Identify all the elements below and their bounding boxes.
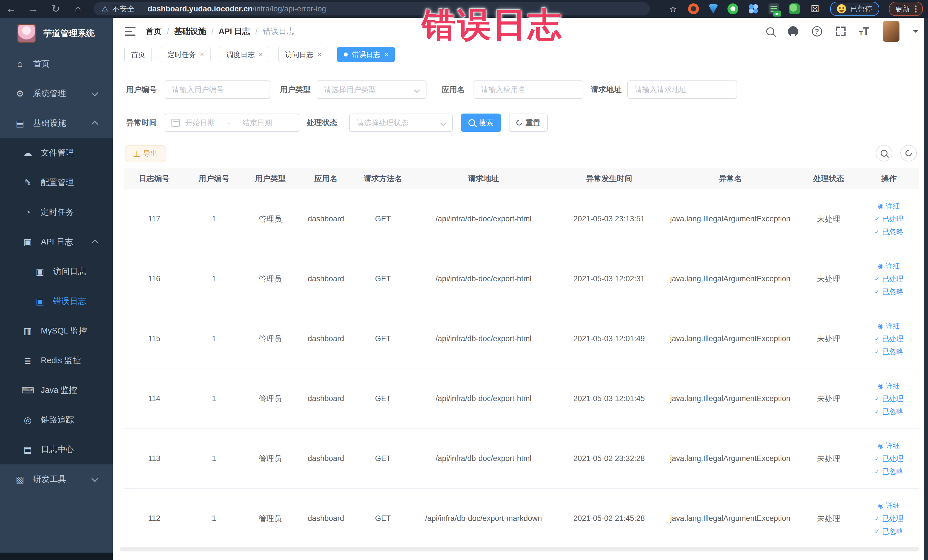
close-icon[interactable]: ×	[317, 51, 322, 58]
export-button[interactable]: ↓ 导出	[125, 145, 165, 162]
sidebar-item-配置管理[interactable]: ✎配置管理	[0, 168, 113, 197]
cell-method: GET	[355, 215, 411, 223]
panel-on-extension-icon[interactable]: on	[769, 3, 779, 14]
action-详细[interactable]: ◉详细	[878, 441, 900, 450]
tab-定时任务[interactable]: 定时任务×	[161, 47, 211, 62]
action-已处理[interactable]: ✓已处理	[875, 394, 903, 403]
app-name-input[interactable]	[473, 81, 583, 99]
ring-extension-icon[interactable]	[728, 3, 738, 14]
bookmark-star-icon[interactable]: ☆	[667, 3, 678, 14]
action-已处理[interactable]: ✓已处理	[875, 214, 903, 224]
breadcrumb-item[interactable]: 基础设施	[174, 26, 206, 37]
close-icon[interactable]: ×	[384, 51, 388, 58]
sidebar-item-访问日志[interactable]: ▣访问日志	[0, 257, 113, 287]
close-icon[interactable]: ×	[200, 51, 204, 58]
cell-status: 未处理	[799, 394, 859, 404]
shield-extension-icon[interactable]	[709, 4, 718, 14]
browser-menu-icon[interactable]	[915, 5, 917, 12]
puzzle-extensions-icon[interactable]: ⚄	[810, 3, 820, 14]
back-icon[interactable]: ←	[0, 0, 22, 18]
address-bar[interactable]: ⚠ 不安全 dashboard.yudao.iocoder.cn /infra/…	[93, 2, 650, 15]
help-icon[interactable]: ?	[812, 26, 822, 37]
exception-time-range[interactable]: 开始日期 - 结束日期	[165, 113, 299, 132]
check-icon: ✓	[875, 349, 879, 355]
sidebar-item-API 日志[interactable]: ▣API 日志	[0, 227, 113, 257]
sidebar-item-日志中心[interactable]: ▤日志中心	[0, 435, 113, 464]
action-已忽略[interactable]: ✓已忽略	[875, 287, 903, 296]
user-id-input[interactable]	[165, 81, 270, 99]
leaf-extension-icon[interactable]	[789, 3, 800, 14]
action-label: 已忽略	[882, 407, 904, 416]
chevron-down-icon	[414, 87, 420, 93]
sidebar-item-label: 配置管理	[41, 177, 74, 188]
sidebar-item-文件管理[interactable]: ☁文件管理	[0, 138, 113, 168]
column-header: 请求地址	[411, 174, 556, 184]
cell-url: /api/infra/db-doc/export-html	[411, 394, 556, 403]
cell-app_name: dashboard	[297, 215, 355, 223]
github-icon[interactable]	[788, 26, 798, 37]
horizontal-scrollbar[interactable]	[120, 547, 919, 551]
action-已处理[interactable]: ✓已处理	[875, 514, 903, 523]
action-详细[interactable]: ◉详细	[878, 501, 900, 510]
reset-button[interactable]: 重置	[509, 113, 548, 132]
home-icon[interactable]: ⌂	[67, 0, 89, 18]
tab-首页[interactable]: 首页	[124, 47, 152, 62]
reload-icon[interactable]: ↻	[44, 0, 67, 18]
paused-badge[interactable]: 已暂停	[830, 2, 879, 16]
action-详细[interactable]: ◉详细	[878, 261, 900, 271]
action-已忽略[interactable]: ✓已忽略	[875, 347, 903, 356]
action-详细[interactable]: ◉详细	[878, 381, 900, 391]
column-header: 异常名	[662, 174, 799, 184]
logo-row[interactable]: 芋道管理系统	[0, 18, 113, 49]
search-button[interactable]: 搜索	[461, 113, 501, 132]
sidebar-item-label: 链路追踪	[41, 414, 74, 426]
sidebar-item-研发工具[interactable]: ▧研发工具	[0, 464, 113, 494]
tab-调度日志[interactable]: 调度日志×	[220, 47, 269, 62]
request-url-input[interactable]	[627, 81, 737, 99]
grid-extension-icon[interactable]	[748, 3, 759, 14]
sidebar-item-基础设施[interactable]: ▤基础设施	[0, 108, 113, 138]
sidebar-item-链路追踪[interactable]: ◎链路追踪	[0, 405, 113, 435]
tab-错误日志[interactable]: 错误日志×	[337, 47, 395, 62]
circle-extension-icon[interactable]	[688, 3, 699, 14]
menu-fold-icon[interactable]	[125, 27, 136, 36]
action-详细[interactable]: ◉详细	[878, 321, 900, 331]
action-已忽略[interactable]: ✓已忽略	[875, 526, 903, 536]
forward-icon[interactable]: →	[22, 0, 44, 18]
process-status-select[interactable]: 请选择处理状态	[349, 113, 453, 132]
action-已忽略[interactable]: ✓已忽略	[875, 407, 903, 416]
check-icon: ✓	[875, 528, 879, 535]
sidebar-item-Redis 监控[interactable]: ≣Redis 监控	[0, 346, 113, 375]
user-avatar[interactable]	[883, 21, 899, 42]
sidebar-item-Java 监控[interactable]: ⌨Java 监控	[0, 375, 113, 405]
action-详细[interactable]: ◉详细	[878, 201, 900, 211]
fullscreen-icon[interactable]	[836, 26, 846, 36]
cell-url: /api/infra/db-doc/export-html	[411, 215, 556, 223]
text-size-icon[interactable]: TT	[859, 26, 869, 37]
sidebar-item-错误日志[interactable]: ▣错误日志	[0, 287, 113, 316]
sidebar-item-MySQL 监控[interactable]: ▥MySQL 监控	[0, 316, 113, 346]
action-已忽略[interactable]: ✓已忽略	[875, 467, 903, 476]
hide-search-button[interactable]	[876, 145, 892, 162]
tab-访问日志[interactable]: 访问日志×	[278, 47, 328, 62]
breadcrumb-item[interactable]: API 日志	[219, 26, 250, 37]
infrastructure-icon: ▤	[14, 118, 26, 129]
action-已忽略[interactable]: ✓已忽略	[875, 227, 903, 237]
breadcrumb-item: 错误日志	[263, 26, 295, 37]
action-已处理[interactable]: ✓已处理	[875, 334, 903, 343]
sidebar-item-label: 首页	[33, 58, 50, 70]
search-icon[interactable]	[766, 27, 774, 35]
chevron-down-icon[interactable]	[913, 30, 918, 35]
sidebar-item-系统管理[interactable]: ⚙系统管理	[0, 79, 113, 108]
vertical-scrollbar[interactable]	[924, 18, 928, 560]
sidebar-item-首页[interactable]: ⌂首页	[0, 49, 113, 79]
sidebar-item-定时任务[interactable]: ◔定时任务	[0, 197, 113, 227]
user-type-select[interactable]: 请选择用户类型	[317, 81, 426, 99]
breadcrumb-item[interactable]: 首页	[146, 26, 162, 37]
update-button[interactable]: 更新	[889, 2, 923, 16]
tab-label: 访问日志	[285, 50, 313, 60]
action-已处理[interactable]: ✓已处理	[875, 274, 903, 284]
close-icon[interactable]: ×	[259, 51, 263, 58]
action-已处理[interactable]: ✓已处理	[875, 454, 903, 463]
refresh-table-button[interactable]	[901, 145, 917, 162]
